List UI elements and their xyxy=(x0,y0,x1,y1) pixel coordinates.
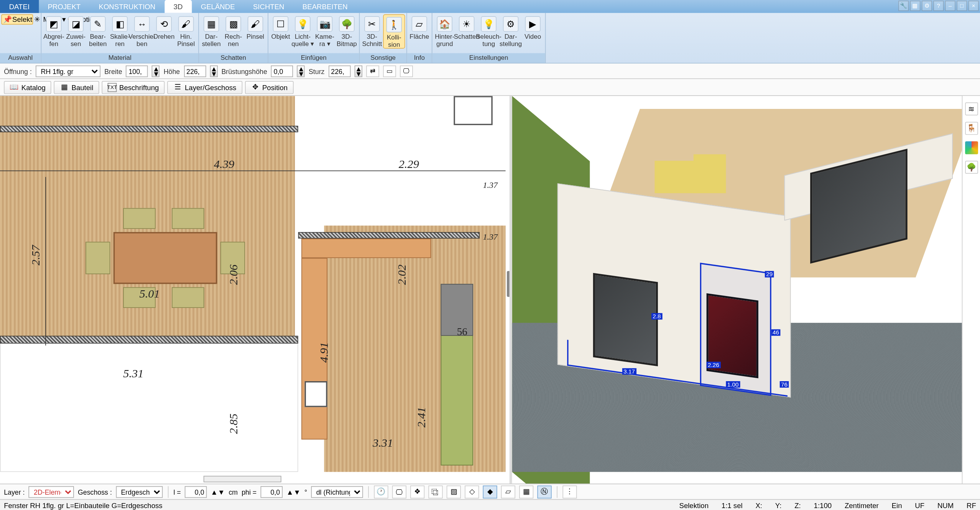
minimize-button[interactable]: – xyxy=(945,1,955,11)
titlebar-help-icon[interactable]: ? xyxy=(933,1,944,11)
opening-select[interactable]: RH 1flg. gr xyxy=(36,65,100,77)
phi-spinner[interactable]: ▲▼ xyxy=(286,488,301,495)
ribbon-skalieren-button[interactable]: ◧Skalie- ren xyxy=(109,14,131,47)
close-button[interactable]: × xyxy=(968,1,979,11)
ribbon-darstellen-button[interactable]: ▦Dar- stellen xyxy=(200,14,222,47)
ribbon-label: Dar- stellung xyxy=(500,33,522,47)
bauteil-button[interactable]: ▦Bauteil xyxy=(54,81,99,94)
ribbon-beleuchtung-button[interactable]: 💡Beleuch- tung xyxy=(478,14,500,47)
bruest-input[interactable] xyxy=(271,65,293,77)
l-spinner[interactable]: ▲▼ xyxy=(210,488,225,495)
breite-input[interactable] xyxy=(126,65,148,77)
bb-monitor-icon[interactable]: 🖵 xyxy=(392,485,406,498)
maximize-button[interactable]: □ xyxy=(957,1,967,11)
ribbon-icon: 💡 xyxy=(295,16,311,32)
mode-select[interactable]: dl (Richtung/Di xyxy=(311,486,363,497)
floor-select[interactable]: Erdgeschos xyxy=(116,486,163,497)
dim-3-31: 3.31 xyxy=(373,436,393,450)
ribbon-dbitmap-button[interactable]: 🌳3D- Bitmap xyxy=(336,14,358,47)
menu-tab-3d[interactable]: 3D xyxy=(164,0,192,13)
menu-tab-bearbeiten[interactable]: BEARBEITEN xyxy=(293,0,357,13)
bb-north-icon[interactable]: Ⓝ xyxy=(537,485,551,498)
hoehe-spinner[interactable]: ▲▼ xyxy=(210,65,217,77)
titlebar-box-icon[interactable]: ▦ xyxy=(910,1,920,11)
bb-wire-icon[interactable]: ▱ xyxy=(501,485,515,498)
ribbon-hinpinsel-button[interactable]: 🖌Hin. Pinsel xyxy=(175,14,197,47)
ribbon-rechnen-button[interactable]: ▩Rech- nen xyxy=(222,14,244,47)
view-icon[interactable]: 🖵 xyxy=(400,65,413,77)
beschriftung-button[interactable]: TXTBeschriftung xyxy=(102,81,164,94)
ribbon-dschnitt-button[interactable]: ✂3D- Schnitt xyxy=(361,14,383,47)
anchor-icon[interactable]: ▭ xyxy=(383,65,396,77)
bb-clock-icon[interactable]: 🕐 xyxy=(374,485,388,498)
ribbon-icon: ◩ xyxy=(46,16,62,32)
dim3d-2-26: 2.26 xyxy=(707,362,720,368)
ribbon-icon: ☀ xyxy=(459,16,475,32)
bb-shade-icon[interactable]: ◆ xyxy=(483,485,497,498)
dim-2-41: 2.41 xyxy=(415,407,429,428)
splitter-handle[interactable] xyxy=(507,271,512,297)
dim3d-3-17: 3.17 xyxy=(622,368,636,375)
katalog-button[interactable]: 📖Katalog xyxy=(4,81,51,94)
ribbon-pinsel-button[interactable]: 🖌Pinsel xyxy=(244,14,266,40)
menu-tab-sichten[interactable]: SICHTEN xyxy=(244,0,293,13)
ribbon-kollision-button[interactable]: 🚶Kolli- sion xyxy=(383,14,405,49)
ribbon-drehen-button[interactable]: ⟲Drehen xyxy=(153,14,175,40)
status-bar: Fenster RH 1flg. gr L=Einbauteile G=Erdg… xyxy=(0,499,980,510)
l-input[interactable] xyxy=(185,486,207,497)
ribbon-verschieben-button[interactable]: ↔Verschie- ben xyxy=(131,14,153,47)
bb-menu-icon[interactable]: ⋮ xyxy=(562,485,577,498)
ribbon-schatten-button[interactable]: ☀Schatten xyxy=(455,14,477,40)
ribbon-hintergrund-button[interactable]: 🏠Hinter- grund xyxy=(434,14,455,47)
ribbon-label: Kame- ra ▾ xyxy=(315,33,334,47)
titlebar-tool-icon[interactable]: 🔧 xyxy=(898,1,909,11)
ribbon-objekt-button[interactable]: ☐Objekt xyxy=(270,14,291,40)
scrollbar-2d[interactable] xyxy=(204,476,281,482)
dim3d-1-00: 1.00 xyxy=(726,381,740,388)
bb-grid-icon[interactable]: ▦ xyxy=(519,485,533,498)
ribbon-kamera-button[interactable]: 📷Kame- ra ▾ xyxy=(314,14,335,47)
sturz-spinner[interactable]: ▲▼ xyxy=(354,65,362,77)
ribbon-video-button[interactable]: ▶Video xyxy=(522,14,544,40)
side-furniture-icon[interactable]: 🪑 xyxy=(965,122,978,135)
phi-input[interactable] xyxy=(260,486,282,497)
menu-tab-konstruktion[interactable]: KONSTRUKTION xyxy=(90,0,164,13)
bruest-spinner[interactable]: ▲▼ xyxy=(297,65,305,77)
ribbon-lichtquelle-button[interactable]: 💡Licht- quelle ▾ xyxy=(292,14,314,47)
flip-h-icon[interactable]: ⇄ xyxy=(366,65,379,77)
view-2d[interactable]: 4.39 2.29 5.01 5.31 2.57 2.06 3.31 2.41 … xyxy=(0,96,512,484)
side-materials-icon[interactable] xyxy=(965,141,978,155)
ribbon-icon: ◪ xyxy=(68,16,84,32)
layer-select[interactable]: 2D-Elemen xyxy=(29,486,74,497)
ribbon-icon: ✎ xyxy=(90,16,106,32)
ribbon-bearbeiten-button[interactable]: ✎Bear- beiten xyxy=(87,14,109,47)
layer-geschoss-button[interactable]: ☰Layer/Geschoss xyxy=(167,81,242,94)
ribbon-flche-button[interactable]: ▱Fläche xyxy=(408,14,430,40)
status-num: NUM xyxy=(937,502,954,509)
ribbon-zuweisen-button[interactable]: ◪Zuwei- sen xyxy=(65,14,87,47)
menu-tab-projekt[interactable]: PROJEKT xyxy=(39,0,90,13)
bb-copy-icon[interactable]: ⿻ xyxy=(428,485,442,498)
menu-tab-gelaende[interactable]: GELÄNDE xyxy=(192,0,244,13)
dim-1-37a: 1.37 xyxy=(483,180,497,191)
bb-stack-icon[interactable]: ❖ xyxy=(410,485,424,498)
bottom-bar: Layer : 2D-Elemen Geschoss : Erdgeschos … xyxy=(0,484,980,499)
group-title-einstellungen: Einstellungen xyxy=(432,53,545,63)
ribbon-darstellung-button[interactable]: ⚙Dar- stellung xyxy=(500,14,521,47)
select-button[interactable]: 📌Selekt xyxy=(1,14,33,25)
ribbon-abgreifen-button[interactable]: ◩Abgrei- fen xyxy=(43,14,65,47)
hoehe-input[interactable] xyxy=(184,65,206,77)
status-unit: Zentimeter xyxy=(845,502,879,509)
bb-hatch-icon[interactable]: ▨ xyxy=(447,485,461,498)
breite-spinner[interactable]: ▲▼ xyxy=(152,65,159,77)
view-3d[interactable]: 3.17 2.8 1.00 2.26 29 46 76 xyxy=(512,96,962,484)
ribbon-label: Fläche xyxy=(409,33,429,40)
side-plants-icon[interactable]: 🌳 xyxy=(965,161,978,174)
bb-layers-icon[interactable]: ◇ xyxy=(465,485,479,498)
position-button[interactable]: ✥Position xyxy=(245,81,293,94)
side-layers-icon[interactable]: ≋ xyxy=(965,102,978,115)
titlebar-gear-icon[interactable]: ⚙ xyxy=(922,1,932,11)
menu-tab-datei[interactable]: DATEI xyxy=(0,0,39,13)
status-sel: Selektion xyxy=(679,502,709,509)
sturz-input[interactable] xyxy=(329,65,350,77)
